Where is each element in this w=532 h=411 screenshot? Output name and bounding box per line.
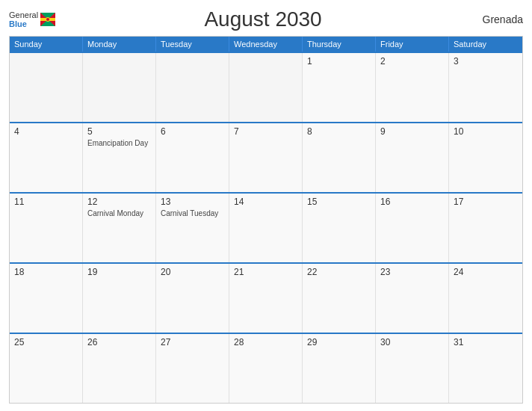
cal-cell: 6	[156, 123, 229, 192]
day-number: 12	[87, 197, 151, 207]
cal-cell: 31	[449, 334, 522, 403]
weekday-header-monday: Monday	[83, 37, 156, 52]
cal-cell: 14	[229, 194, 303, 262]
week-row-1: 123	[10, 52, 522, 122]
day-number: 16	[380, 197, 444, 207]
cal-cell: 18	[10, 264, 83, 333]
day-number: 31	[454, 337, 518, 347]
weekday-header-thursday: Thursday	[303, 37, 376, 52]
cal-cell: 11	[10, 194, 83, 262]
logo-blue-text: Blue	[9, 19, 38, 28]
day-number: 28	[234, 337, 297, 347]
cal-cell: 13Carnival Tuesday	[156, 194, 229, 262]
calendar: SundayMondayTuesdayWednesdayThursdayFrid…	[9, 36, 523, 404]
event-label: Emancipation Day	[87, 138, 151, 148]
calendar-page: General Blue August 2030 Gren	[0, 0, 532, 411]
cal-cell: 17	[449, 194, 522, 262]
cal-cell: 19	[83, 264, 156, 333]
cal-cell: 24	[449, 264, 522, 333]
day-number: 7	[234, 126, 297, 137]
cal-cell: 10	[449, 123, 522, 192]
day-number: 5	[87, 126, 151, 137]
day-number: 13	[161, 197, 224, 207]
cal-cell: 28	[229, 334, 303, 403]
cal-cell: 1	[303, 53, 376, 122]
event-label: Carnival Monday	[87, 208, 151, 218]
day-number: 6	[161, 126, 224, 137]
logo-text: General Blue	[9, 10, 38, 28]
day-number: 19	[87, 267, 151, 277]
header: General Blue August 2030 Gren	[9, 7, 523, 31]
day-number: 30	[380, 337, 444, 347]
cal-cell: 5Emancipation Day	[83, 123, 156, 192]
day-number: 11	[14, 197, 78, 207]
cal-cell: 26	[83, 334, 156, 403]
day-number: 4	[14, 126, 78, 137]
day-number: 10	[454, 126, 518, 137]
cal-cell	[10, 53, 83, 122]
cal-cell: 20	[156, 264, 229, 333]
logo: General Blue	[9, 10, 55, 28]
cal-cell: 9	[376, 123, 449, 192]
cal-cell: 2	[376, 53, 449, 122]
day-number: 9	[380, 126, 444, 137]
day-number: 18	[14, 267, 78, 277]
day-number: 15	[307, 197, 371, 207]
day-number: 8	[307, 126, 371, 137]
day-number: 2	[380, 56, 444, 67]
logo-flag-icon	[40, 13, 55, 26]
day-number: 29	[307, 337, 371, 347]
day-number: 3	[454, 56, 518, 67]
weekday-header-tuesday: Tuesday	[156, 37, 229, 52]
weekday-header-friday: Friday	[376, 37, 449, 52]
day-number: 17	[454, 197, 518, 207]
cal-cell: 21	[229, 264, 303, 333]
cal-cell: 27	[156, 334, 229, 403]
day-number: 20	[161, 267, 224, 277]
cal-cell	[229, 53, 303, 122]
day-number: 22	[307, 267, 371, 277]
cal-cell: 7	[229, 123, 303, 192]
event-label: Carnival Tuesday	[161, 208, 224, 218]
week-row-4: 18192021222324	[10, 262, 522, 333]
cal-cell: 12Carnival Monday	[83, 194, 156, 262]
cal-cell: 3	[449, 53, 522, 122]
weekday-header-sunday: Sunday	[10, 37, 83, 52]
logo-general-text: General	[9, 10, 38, 19]
day-number: 14	[234, 197, 297, 207]
cal-cell	[156, 53, 229, 122]
cal-cell: 15	[303, 194, 376, 262]
day-number: 27	[161, 337, 224, 347]
svg-point-11	[46, 18, 49, 21]
weekday-header-saturday: Saturday	[449, 37, 522, 52]
cal-cell: 22	[303, 264, 376, 333]
week-row-5: 25262728293031	[10, 333, 522, 403]
cal-cell: 8	[303, 123, 376, 192]
day-number: 21	[234, 267, 297, 277]
cal-cell: 25	[10, 334, 83, 403]
cal-cell	[83, 53, 156, 122]
day-number: 26	[87, 337, 151, 347]
week-row-2: 45Emancipation Day678910	[10, 122, 522, 192]
cal-cell: 16	[376, 194, 449, 262]
page-title: August 2030	[55, 7, 471, 31]
week-row-3: 1112Carnival Monday13Carnival Tuesday141…	[10, 192, 522, 262]
day-number: 23	[380, 267, 444, 277]
day-number: 25	[14, 337, 78, 347]
day-number: 1	[307, 56, 371, 67]
cal-cell: 30	[376, 334, 449, 403]
calendar-header: SundayMondayTuesdayWednesdayThursdayFrid…	[10, 37, 522, 52]
weekday-header-wednesday: Wednesday	[229, 37, 303, 52]
calendar-body: 12345Emancipation Day6789101112Carnival …	[10, 52, 522, 403]
day-number: 24	[454, 267, 518, 277]
country-label: Grenada	[471, 13, 523, 25]
cal-cell: 29	[303, 334, 376, 403]
cal-cell: 4	[10, 123, 83, 192]
cal-cell: 23	[376, 264, 449, 333]
